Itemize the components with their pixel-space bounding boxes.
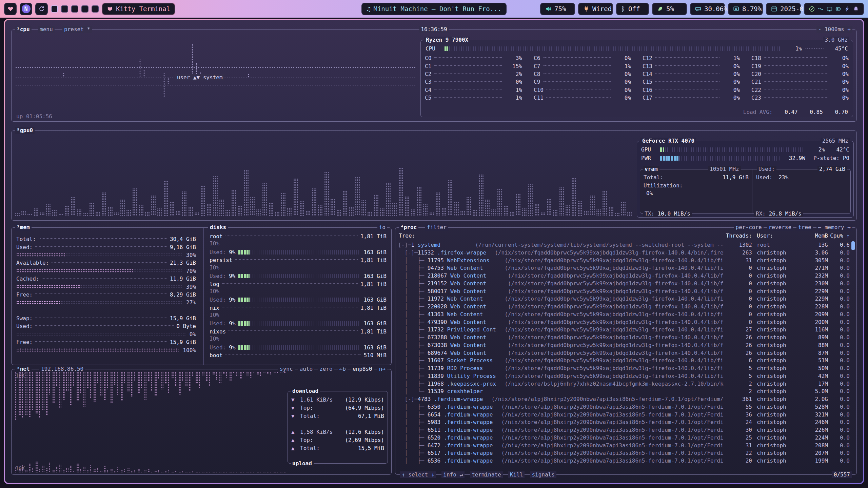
process-row[interactable]: │ ├─ 41363 Web Content (/nix/store/fqadd… xyxy=(398,311,850,319)
process-row[interactable]: │ ├─ 218067 Web Content (/nix/store/fqad… xyxy=(398,272,850,280)
graph-column xyxy=(76,463,79,472)
col-cpu[interactable]: Cpu% ↑ xyxy=(828,232,850,239)
process-row[interactable]: [-]─4783 .ferdium-wrappe (/nix/store/a1p… xyxy=(398,395,850,403)
graph-column xyxy=(262,183,267,216)
gpu-meter-label: GPU xyxy=(641,146,657,153)
process-row[interactable]: │ ├─ 11795 WebExtensions (/nix/store/fqa… xyxy=(398,257,850,265)
zero-toggle[interactable]: zero xyxy=(318,366,334,372)
interval-decrease[interactable]: - xyxy=(818,26,822,33)
per-core-toggle[interactable]: per-core xyxy=(734,224,764,231)
process-row[interactable]: │ ├─ 6350 .ferdium-wrappe (/nix/store/a1… xyxy=(398,403,850,411)
graph-column xyxy=(239,371,242,379)
reverse-toggle[interactable]: reverse xyxy=(767,224,793,231)
process-row[interactable]: │ ├─ 6654 .ferdium-wrappe (/nix/store/a1… xyxy=(398,411,850,419)
selection-position: 0/557 xyxy=(832,471,852,478)
graph-column xyxy=(42,465,44,472)
process-scrollbar[interactable] xyxy=(851,241,855,250)
col-user[interactable]: User: xyxy=(752,232,797,239)
battery-icon[interactable] xyxy=(835,6,841,12)
notifications-icon[interactable] xyxy=(853,6,859,12)
auto-toggle[interactable]: auto xyxy=(298,366,315,372)
info-button[interactable]: info ↵ xyxy=(441,471,465,478)
menu-button[interactable]: menu xyxy=(38,26,55,33)
process-row[interactable]: │ ├─ 689674 Web Content (/nix/store/fqad… xyxy=(398,349,850,357)
launcher-button[interactable] xyxy=(4,3,17,15)
col-tree[interactable]: Tree: xyxy=(399,232,724,239)
col-mem[interactable]: MemB xyxy=(797,232,828,239)
memory-usage-module[interactable]: 30.06% xyxy=(690,3,725,15)
process-tree-cell: │ ├─ 6472 .ferdium-wrappe (/nix/store/a1… xyxy=(398,442,724,450)
process-row[interactable]: [-]─1 systemd (/run/current-system/syste… xyxy=(398,241,850,249)
graph-column xyxy=(269,203,274,216)
graph-column xyxy=(93,469,96,472)
graph-column xyxy=(189,471,191,472)
process-row[interactable]: │ └─ 11539 crashhelper2christoph5.0M0.0 xyxy=(398,388,850,395)
select-control[interactable]: ↑ select ↓ xyxy=(400,471,436,478)
network-module[interactable]: Wired xyxy=(578,3,613,15)
process-row[interactable]: │ ├─ 5983 .ferdium-wrappe (/nix/store/a1… xyxy=(398,419,850,426)
network-tray-icon[interactable] xyxy=(818,6,824,12)
process-row[interactable]: │ ├─ 673288 Web Content (/nix/store/fqad… xyxy=(398,334,850,342)
io-toggle[interactable]: io xyxy=(377,224,387,231)
process-row[interactable]: │ ├─ 6472 .ferdium-wrappe (/nix/store/a1… xyxy=(398,442,850,450)
refresh-button[interactable] xyxy=(35,3,48,15)
volume-module[interactable]: 75% xyxy=(540,3,575,15)
process-row[interactable]: │ ├─ 6511 .ferdium-wrappe (/nix/store/a1… xyxy=(398,426,850,434)
process-row[interactable]: │ ├─ 220028 Web Content (/nix/store/fqad… xyxy=(398,303,850,311)
workspace-button[interactable] xyxy=(51,5,58,13)
process-row[interactable]: │ ├─ 673038 Web Content (/nix/store/fqad… xyxy=(398,342,850,349)
process-row[interactable]: │ ├─ 11732 Privileged Cont (/nix/store/f… xyxy=(398,326,850,334)
music-note-icon: ♫ xyxy=(367,5,370,13)
filter-button[interactable]: filter xyxy=(425,224,448,231)
graph-column xyxy=(137,468,140,472)
nix-menu-button[interactable]: N xyxy=(20,3,32,15)
graph-column xyxy=(621,202,626,216)
power-icon[interactable] xyxy=(844,6,850,12)
workspace-button[interactable] xyxy=(81,5,88,13)
graph-column xyxy=(145,211,150,216)
process-row[interactable]: │ ├─ 580017 Web Content (/nix/store/fqad… xyxy=(398,288,850,296)
workspace-button[interactable] xyxy=(61,5,68,13)
clock-module[interactable]: 2025-07-22 16:36 xyxy=(766,3,801,15)
signals-button[interactable]: signals xyxy=(530,471,556,478)
process-row[interactable]: │ ├─ 94753 Web Content (/nix/store/fqadd… xyxy=(398,264,850,272)
display-icon[interactable] xyxy=(827,6,832,12)
process-row[interactable]: │ ├─ 11607 Socket Process (/nix/store/fq… xyxy=(398,357,850,365)
graph-column xyxy=(127,371,130,392)
interval-increase[interactable]: + xyxy=(847,26,851,33)
col-threads[interactable]: Threads: xyxy=(724,232,752,239)
cpu-usage-module[interactable]: 5% xyxy=(652,3,687,15)
workspace-button[interactable] xyxy=(71,5,78,13)
process-row[interactable]: │ ├─ 6536 .ferdium-wrappe (/nix/store/a1… xyxy=(398,457,850,465)
process-row[interactable]: │ ├─ 6520 .ferdium-wrappe (/nix/store/a1… xyxy=(398,434,850,442)
disk-used-meter xyxy=(238,321,360,326)
graph-column xyxy=(209,371,211,386)
graph-column xyxy=(46,204,51,216)
memory-column-toggle[interactable]: ← memory → xyxy=(816,224,852,231)
graph-column xyxy=(42,371,44,410)
terminate-button[interactable]: terminate xyxy=(470,471,503,478)
process-row[interactable]: │ ├─ 219152 Web Content (/nix/store/fqad… xyxy=(398,280,850,288)
process-row[interactable]: │ ├─ 11839 Utility Process (/nix/store/f… xyxy=(398,372,850,380)
vram-used-value: 2,74 GiB xyxy=(817,166,847,172)
process-row[interactable]: │ ├─ 11972 Web Content (/nix/store/fqadd… xyxy=(398,295,850,303)
bluetooth-module[interactable]: ᛒOff xyxy=(616,3,649,15)
graph-column xyxy=(151,371,153,391)
interface-next[interactable]: n→ xyxy=(377,366,387,372)
kitty-terminal-module[interactable]: Kitty Terminal xyxy=(102,3,175,15)
kill-button[interactable]: Kill xyxy=(508,471,525,478)
preset-button[interactable]: preset * xyxy=(62,26,92,33)
disk-usage-module[interactable]: 8.79% xyxy=(728,3,763,15)
process-row[interactable]: [-]─11532 .firefox-wrappe (/nix/store/fq… xyxy=(398,249,850,257)
process-row[interactable]: │ ├─ 479390 Web Content (/nix/store/fqad… xyxy=(398,319,850,326)
process-row[interactable]: │ ├─ 11739 RDD Process (/nix/store/fqadd… xyxy=(398,365,850,372)
music-module[interactable]: ♫ Minuit Machine – Don't Run Fro... xyxy=(361,3,507,15)
load-avg-15: 0.70 xyxy=(835,109,848,115)
workspace-button[interactable] xyxy=(92,5,99,13)
graph-column xyxy=(15,466,17,472)
interface-prev[interactable]: ←b xyxy=(338,366,348,372)
process-row[interactable]: │ ├─ 11968 .keepassxc-prox (/nix/store/b… xyxy=(398,380,850,388)
tree-toggle[interactable]: tree xyxy=(796,224,813,231)
status-ok-icon[interactable] xyxy=(809,6,815,12)
process-row[interactable]: │ ├─ 6517 .ferdium-wrappe (/nix/store/a1… xyxy=(398,449,850,457)
